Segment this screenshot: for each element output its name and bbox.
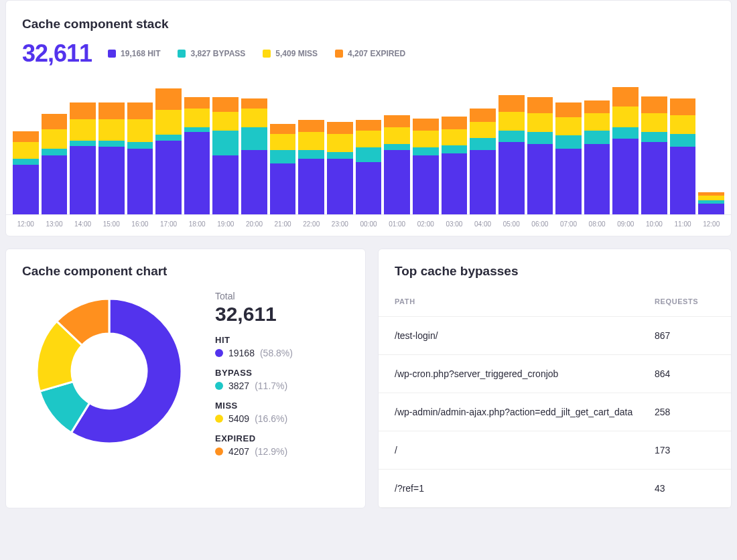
bypass-path: / (395, 445, 655, 456)
table-row[interactable]: /173 (379, 431, 731, 470)
bar-column[interactable] (641, 96, 667, 214)
cache-stack-xaxis: 12:0013:0014:0015:0016:0017:0018:0019:00… (6, 215, 731, 228)
donut-legend-item-bypass: BYPASS3827(11.7%) (215, 368, 293, 391)
table-row[interactable]: /wp-admin/admin-ajax.php?action=edd_jilt… (379, 393, 731, 431)
bar-column[interactable] (241, 98, 267, 214)
bar-column[interactable] (612, 87, 639, 214)
bar-segment-expired (641, 96, 667, 114)
bar-segment-hit (127, 149, 153, 214)
bar-segment-bypass (184, 127, 210, 132)
bar-segment-bypass (13, 159, 39, 165)
xaxis-tick: 20:00 (241, 220, 267, 228)
bar-column[interactable] (413, 119, 439, 214)
bar-segment-miss (270, 134, 296, 151)
cache-stack-card: Cache component stack 32,611 19,168 HIT3… (5, 0, 732, 236)
bar-segment-hit (298, 159, 324, 214)
bar-segment-bypass (641, 132, 667, 142)
dot-icon (215, 447, 223, 456)
bar-column[interactable] (184, 97, 210, 214)
bar-segment-bypass (42, 149, 68, 155)
bar-column[interactable] (42, 114, 68, 214)
bar-segment-miss (527, 113, 553, 132)
bar-column[interactable] (13, 131, 39, 214)
bar-segment-expired (384, 115, 410, 127)
donut-legend-percent: (12.9%) (255, 446, 287, 457)
bar-segment-bypass (442, 145, 468, 153)
bar-column[interactable] (584, 100, 610, 214)
bar-column[interactable] (384, 115, 410, 214)
bar-column[interactable] (298, 120, 324, 214)
bar-segment-expired (470, 109, 496, 122)
donut-legend-value: 19168 (228, 348, 255, 358)
bar-column[interactable] (670, 98, 696, 214)
bar-segment-hit (470, 150, 496, 214)
legend-label: 5,409 MISS (275, 49, 318, 58)
bypass-requests: 864 (655, 368, 715, 379)
bar-column[interactable] (270, 124, 296, 214)
bar-column[interactable] (327, 122, 353, 214)
bar-segment-miss (698, 196, 724, 200)
swatch-icon (263, 50, 271, 58)
bar-segment-bypass (413, 147, 439, 155)
bar-segment-miss (184, 109, 210, 127)
dot-icon (215, 382, 223, 390)
bar-segment-miss (384, 127, 410, 144)
bar-column[interactable] (356, 120, 382, 214)
dot-icon (215, 349, 223, 357)
bar-segment-expired (298, 120, 324, 132)
bar-segment-expired (356, 120, 382, 131)
legend-item-bypass[interactable]: 3,827 BYPASS (178, 49, 245, 58)
donut-legend-value: 5409 (228, 413, 249, 424)
bar-segment-miss (584, 113, 610, 131)
bar-segment-expired (70, 102, 96, 119)
donut-legend-value: 4207 (228, 446, 249, 457)
bar-column[interactable] (527, 97, 553, 214)
bar-segment-hit (42, 155, 68, 214)
bar-segment-hit (241, 150, 267, 214)
xaxis-tick: 22:00 (298, 220, 324, 228)
bar-segment-miss (298, 132, 324, 150)
bar-segment-expired (13, 131, 39, 142)
bar-column[interactable] (212, 97, 239, 214)
bar-column[interactable] (470, 109, 496, 214)
donut-legend-item-expired: EXPIRED4207(12.9%) (215, 433, 293, 457)
bar-column[interactable] (98, 102, 125, 214)
bar-segment-hit (270, 163, 296, 214)
table-row[interactable]: /wp-cron.php?server_triggered_cronjob864 (379, 355, 731, 393)
bar-segment-hit (584, 144, 610, 214)
bar-column[interactable] (155, 88, 182, 214)
table-row[interactable]: /?ref=143 (379, 470, 731, 508)
bypasses-title: Top cache bypasses (379, 264, 731, 287)
legend-item-hit[interactable]: 19,168 HIT (108, 49, 160, 58)
xaxis-tick: 12:00 (698, 220, 724, 228)
xaxis-tick: 13:00 (42, 220, 68, 228)
bar-segment-bypass (584, 131, 610, 144)
donut-legend-percent: (16.6%) (255, 413, 287, 424)
bar-segment-expired (555, 102, 582, 117)
bar-column[interactable] (698, 192, 724, 214)
bar-segment-hit (698, 204, 724, 214)
donut-legend-label: MISS (215, 401, 293, 411)
bar-segment-expired (98, 102, 125, 119)
donut-legend-item-hit: HIT19168(58.8%) (215, 335, 293, 358)
legend-item-miss[interactable]: 5,409 MISS (263, 49, 318, 58)
table-row[interactable]: /test-login/867 (379, 317, 731, 355)
bar-column[interactable] (555, 102, 582, 214)
bar-column[interactable] (70, 102, 96, 214)
bypass-requests: 258 (655, 407, 715, 417)
bar-segment-expired (584, 100, 610, 114)
legend-item-expired[interactable]: 4,207 EXPIRED (335, 49, 405, 58)
bar-segment-miss (98, 119, 125, 141)
bypass-requests: 43 (655, 483, 715, 494)
xaxis-tick: 11:00 (670, 220, 696, 228)
xaxis-tick: 14:00 (70, 220, 96, 228)
bar-column[interactable] (442, 117, 468, 214)
donut-legend-label: HIT (215, 335, 293, 345)
bar-column[interactable] (498, 95, 525, 214)
bar-column[interactable] (127, 102, 153, 214)
bar-segment-bypass (98, 141, 125, 147)
cache-stack-legend: 19,168 HIT3,827 BYPASS5,409 MISS4,207 EX… (108, 49, 405, 58)
bar-segment-expired (612, 87, 639, 107)
bar-segment-hit (70, 146, 96, 214)
bar-segment-expired (498, 95, 525, 112)
